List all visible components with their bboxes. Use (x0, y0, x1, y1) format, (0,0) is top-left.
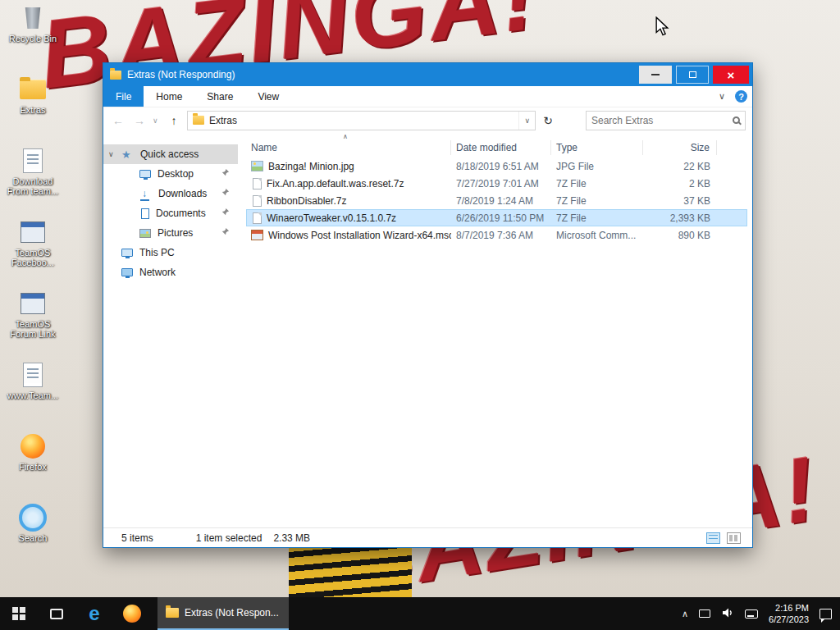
desktop-icon-glyph (19, 76, 47, 103)
menu-tab-label: Share (207, 91, 233, 103)
start-button[interactable] (0, 597, 38, 630)
desktop-icon-recycle-bin[interactable]: Recycle Bin (2, 5, 64, 71)
file-size: 890 KB (643, 230, 717, 241)
breadcrumb[interactable]: Extras (209, 115, 237, 126)
file-date-modified: 8/7/2019 7:36 AM (451, 230, 551, 241)
expander-chevron-icon[interactable]: ∨ (108, 150, 116, 158)
menu-tab-share[interactable]: Share (194, 86, 245, 107)
desktop-icon-glyph (19, 362, 47, 388)
system-tray: ∧ 2:16 PM 6/27/2023 (682, 597, 840, 630)
menu-tab-file[interactable]: File (103, 86, 144, 107)
sidebar-item-label: This PC (139, 247, 175, 258)
maximize-button[interactable] (676, 66, 709, 84)
firefox-button[interactable] (113, 597, 151, 630)
column-header-name[interactable]: Name (246, 140, 451, 155)
file-date-modified: 6/26/2019 11:50 PM (451, 212, 551, 224)
sidebar-item-documents[interactable]: ∨ Documents (103, 203, 238, 223)
menu-tab-home[interactable]: Home (144, 86, 194, 107)
search-icon[interactable] (733, 116, 740, 124)
volume-icon[interactable] (721, 606, 734, 622)
sidebar-item-label: Network (139, 267, 176, 278)
tray-chevron-up-icon[interactable]: ∧ (682, 609, 688, 619)
touch-keyboard-icon[interactable] (745, 609, 758, 619)
desktop-icon-extras[interactable]: Extras (2, 76, 64, 142)
file-type: 7Z File (551, 195, 643, 207)
sidebar-item-icon (141, 208, 149, 219)
desktop-icon-firefox[interactable]: Firefox (2, 433, 64, 499)
large-icons-view-button[interactable] (727, 532, 741, 544)
up-icon[interactable]: ↑ (166, 114, 182, 127)
task-label: Extras (Not Respon... (185, 607, 279, 619)
history-chevron-icon[interactable]: ∨ (153, 116, 161, 125)
close-button[interactable]: × (713, 66, 749, 84)
file-row-bazinga-minion-jpg[interactable]: Bazinga! Minion.jpg 8/18/2019 6:51 AM JP… (246, 158, 747, 175)
pin-icon (221, 227, 230, 239)
sidebar-item-label: Pictures (158, 227, 193, 239)
firefox-icon (123, 605, 141, 623)
file-row-ribbondisabler-7z[interactable]: RibbonDisabler.7z 7/8/2019 1:24 AM 7Z Fi… (246, 192, 747, 209)
desktop-icon-label: Firefox (19, 462, 47, 472)
task-view-icon (50, 609, 63, 619)
desktop-icon-label: Extras (20, 105, 45, 115)
sidebar-item-label: Documents (156, 208, 206, 219)
sidebar-item-this-pc[interactable]: ∨ This PC (103, 243, 238, 262)
desktop-icon-teamos-forum-link[interactable]: TeamOS Forum Link (2, 290, 64, 356)
file-date-modified: 7/27/2019 7:01 AM (451, 178, 551, 189)
desktop-icon-teamos-faceboo[interactable]: TeamOS Faceboo... (2, 219, 64, 285)
desktop-icon-label: www.Team... (7, 390, 58, 400)
minimize-button[interactable] (639, 66, 672, 84)
clock[interactable]: 2:16 PM 6/27/2023 (769, 602, 809, 625)
desktop-icon-label: Download From team... (2, 176, 63, 196)
window-title: Extras (Not Responding) (127, 69, 235, 80)
column-header-date-modified[interactable]: Date modified (451, 140, 551, 155)
back-icon[interactable]: ← (110, 114, 126, 127)
chevron-down-icon[interactable]: ∨ (719, 91, 725, 102)
file-type-icon (253, 212, 262, 224)
file-row-winaerotweaker-v0-15-1-0-7z[interactable]: WinaeroTweaker.v0.15.1.0.7z 6/26/2019 11… (246, 209, 747, 226)
desktop-icon-download-from-team[interactable]: Download From team... (2, 148, 64, 213)
title-bar[interactable]: Extras (Not Responding) × (103, 63, 752, 86)
task-view-button[interactable] (38, 597, 75, 630)
address-box[interactable]: Extras ∨ (187, 111, 536, 130)
file-list: ∧ Name Date modified Type Size Bazinga! … (246, 133, 747, 244)
sidebar-item-icon (121, 268, 133, 276)
explorer-window: Extras (Not Responding) × FileHomeShareV… (103, 62, 753, 548)
action-center-icon[interactable] (819, 609, 832, 619)
column-header-size[interactable]: Size (643, 140, 717, 155)
address-chevron-icon[interactable]: ∨ (518, 112, 530, 130)
column-header-type[interactable]: Type (551, 140, 643, 155)
desktop-icon-glyph (19, 5, 47, 31)
taskbar: e Extras (Not Respon... ∧ 2:16 PM 6/27/2… (0, 597, 840, 630)
sidebar-item-icon (121, 149, 134, 160)
edge-button[interactable]: e (75, 597, 113, 630)
sidebar-item-pictures[interactable]: ∨ Pictures (103, 223, 238, 243)
file-date-modified: 8/18/2019 6:51 AM (451, 161, 551, 172)
display-icon[interactable] (699, 609, 710, 618)
file-row-windows-post-installation-wizard-x64-msc[interactable]: Windows Post Installation Wizard-x64.msc… (246, 226, 747, 244)
taskbar-task-extras[interactable]: Extras (Not Respon... (158, 597, 289, 630)
refresh-icon[interactable]: ↻ (541, 114, 555, 127)
file-type: 7Z File (551, 212, 643, 224)
sidebar-item-downloads[interactable]: ∨ Downloads (103, 184, 238, 203)
help-icon[interactable]: ? (735, 90, 747, 103)
desktop-icon-label: TeamOS Faceboo... (2, 248, 63, 267)
mouse-cursor (655, 16, 669, 39)
search-input[interactable] (591, 115, 733, 126)
sidebar-item-network[interactable]: ∨ Network (103, 262, 238, 282)
menu-tab-view[interactable]: View (245, 86, 291, 107)
forward-icon[interactable]: → (131, 114, 148, 127)
file-row-fix-an-app-default-was-reset-7z[interactable]: Fix.An.app.default.was.reset.7z 7/27/201… (246, 175, 747, 192)
desktop-icon-www-team[interactable]: www.Team... (2, 362, 64, 427)
folder-icon (110, 71, 121, 80)
file-type: 7Z File (551, 178, 643, 189)
search-box[interactable] (586, 111, 746, 130)
sidebar-item-desktop[interactable]: ∨ Desktop (103, 164, 238, 184)
sidebar-item-quick-access[interactable]: ∨ Quick access (103, 144, 238, 164)
menu-tabs: FileHomeShareView (103, 86, 291, 107)
desktop-icon-search[interactable]: Search (2, 504, 64, 570)
pin-icon (221, 188, 230, 199)
menu-tab-label: File (116, 91, 131, 103)
details-view-button[interactable] (706, 532, 720, 544)
desktop-icon-glyph (19, 290, 47, 317)
file-size: 37 KB (643, 195, 717, 207)
